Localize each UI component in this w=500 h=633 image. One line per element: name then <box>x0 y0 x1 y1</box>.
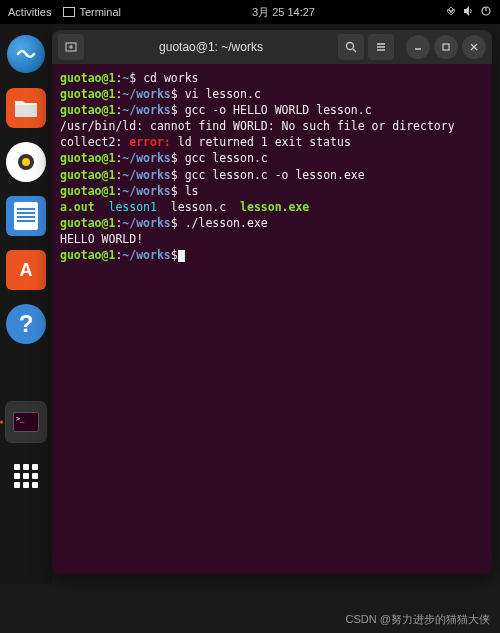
terminal-line: guotao@1:~$ cd works <box>60 70 484 86</box>
terminal-line: guotao@1:~/works$ gcc lesson.c <box>60 150 484 166</box>
maximize-button[interactable] <box>434 35 458 59</box>
activities-button[interactable]: Activities <box>8 6 51 18</box>
dock-rhythmbox[interactable] <box>6 142 46 182</box>
menu-button[interactable] <box>368 34 394 60</box>
new-tab-button[interactable] <box>58 34 84 60</box>
dock: ? <box>0 24 52 584</box>
dock-libreoffice[interactable] <box>6 196 46 236</box>
search-button[interactable] <box>338 34 364 60</box>
dock-app-blue[interactable] <box>6 34 46 74</box>
dock-help[interactable]: ? <box>6 304 46 344</box>
svg-rect-2 <box>15 105 37 117</box>
terminal-line: HELLO WORLD! <box>60 231 484 247</box>
terminal-line: a.out lesson1 lesson.c lesson.exe <box>60 199 484 215</box>
terminal-line: guotao@1:~/works$ <box>60 247 484 263</box>
terminal-line: collect2: error: ld returned 1 exit stat… <box>60 134 484 150</box>
svg-line-7 <box>353 49 356 52</box>
power-icon <box>480 5 492 19</box>
terminal-icon <box>63 7 75 17</box>
terminal-line: guotao@1:~/works$ ls <box>60 183 484 199</box>
clock[interactable]: 3月 25 14:27 <box>121 5 446 20</box>
app-menu[interactable]: Terminal <box>63 6 121 18</box>
terminal-line: guotao@1:~/works$ gcc lesson.c -o lesson… <box>60 167 484 183</box>
terminal-content[interactable]: guotao@1:~$ cd worksguotao@1:~/works$ vi… <box>52 64 492 574</box>
titlebar: guotao@1: ~/works <box>52 30 492 64</box>
network-icon <box>446 6 456 18</box>
terminal-line: /usr/bin/ld: cannot find WORLD: No such … <box>60 118 484 134</box>
dock-show-apps[interactable] <box>6 456 46 496</box>
window-title: guotao@1: ~/works <box>88 40 334 54</box>
system-tray[interactable] <box>446 5 492 19</box>
close-button[interactable] <box>462 35 486 59</box>
dock-terminal[interactable] <box>6 402 46 442</box>
svg-rect-12 <box>443 44 449 50</box>
svg-point-6 <box>347 43 354 50</box>
terminal-line: guotao@1:~/works$ ./lesson.exe <box>60 215 484 231</box>
watermark: CSDN @努力进步的猫猫大侠 <box>346 612 490 627</box>
dock-files[interactable] <box>6 88 46 128</box>
volume-icon <box>462 5 474 19</box>
top-panel: Activities Terminal 3月 25 14:27 <box>0 0 500 24</box>
terminal-window: guotao@1: ~/works guotao@1:~$ cd worksgu… <box>52 30 492 574</box>
minimize-button[interactable] <box>406 35 430 59</box>
dock-software-center[interactable] <box>6 250 46 290</box>
terminal-line: guotao@1:~/works$ vi lesson.c <box>60 86 484 102</box>
terminal-line: guotao@1:~/works$ gcc -o HELLO WORLD les… <box>60 102 484 118</box>
